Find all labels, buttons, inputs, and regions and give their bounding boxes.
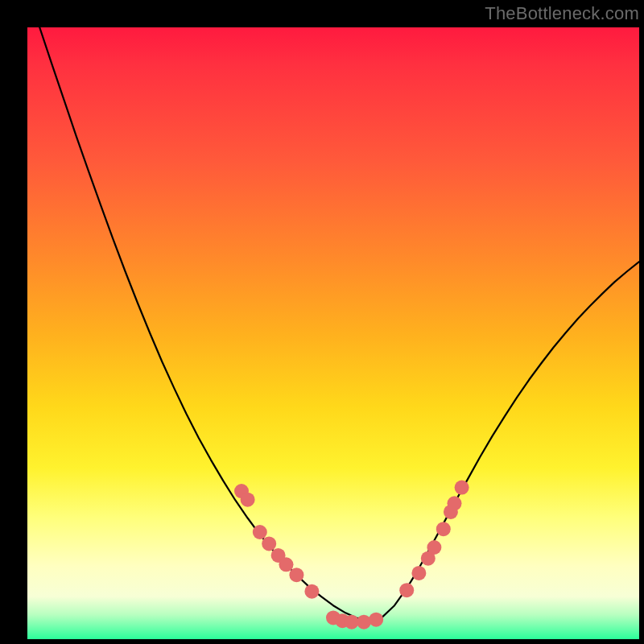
curve-dot (411, 566, 426, 580)
curve-dot (447, 496, 461, 510)
curve-dot (304, 584, 319, 599)
curve-dot (253, 525, 267, 539)
chart-frame: TheBottleneck.com (0, 0, 644, 644)
bottleneck-curve (27, 27, 639, 621)
curve-dot (289, 568, 303, 582)
curve-dot (357, 615, 371, 630)
curve-dot (436, 522, 451, 536)
attribution-text: TheBottleneck.com (485, 3, 639, 24)
curve-dot (427, 540, 441, 555)
curve-layer (27, 27, 639, 639)
curve-dot (399, 583, 414, 597)
curve-dot (241, 493, 255, 507)
plot-area (27, 27, 639, 639)
curve-dot (455, 481, 469, 495)
curve-dot (279, 557, 293, 572)
curve-dot (369, 613, 383, 627)
curve-dot (262, 536, 276, 551)
curve-dots (234, 481, 469, 630)
